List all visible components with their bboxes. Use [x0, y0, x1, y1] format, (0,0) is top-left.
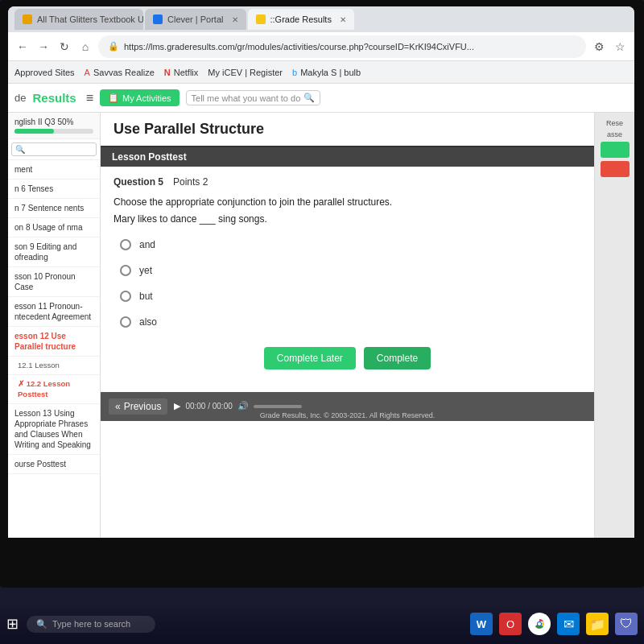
complete-button[interactable]: Complete [364, 347, 431, 369]
taskbar-word-icon[interactable]: W [470, 613, 493, 635]
section-label: Lesson Posttest [112, 151, 187, 163]
taskbar-explorer-icon[interactable]: 📁 [586, 613, 609, 635]
netflix-icon: N [164, 68, 171, 77]
activities-icon: 📋 [108, 93, 119, 103]
prev-chevron-icon: « [115, 401, 121, 412]
radio-and[interactable] [120, 239, 131, 250]
sidebar-item-1[interactable]: n 6 Tenses [8, 180, 100, 199]
radio-but[interactable] [120, 291, 131, 302]
taskbar-chrome-icon[interactable] [528, 613, 551, 635]
option-and[interactable]: and [120, 239, 581, 250]
sidebar-item-11[interactable]: ourse Posttest [8, 455, 100, 474]
tab-2[interactable]: Clever | Portal ✕ [145, 9, 246, 30]
page-title-bar: Use Parallel Structure [101, 113, 594, 147]
bookmark-makyla-label: Makyla S | bulb [300, 68, 361, 77]
radio-yet[interactable] [120, 265, 131, 276]
audio-controls: ▶ 00:00 / 00:00 🔊 [174, 401, 301, 411]
taskbar-shield-icon[interactable]: 🛡 [615, 613, 638, 635]
right-panel-label: Rese [606, 119, 623, 127]
url-text: https://lms.graderesults.com/gr/modules/… [124, 42, 576, 52]
progress-bar-fill [14, 129, 54, 134]
tab-3[interactable]: ::Grade Results ✕ [248, 9, 354, 30]
bookmark-approved[interactable]: Approved Sites [14, 68, 75, 77]
taskbar-icons: W O ✉ 📁 🛡 [470, 613, 638, 635]
bottom-navigation: « Previous ▶ 00:00 / 00:00 🔊 Grade Resul… [101, 392, 594, 421]
bookmark-button[interactable]: ☆ [612, 39, 628, 55]
back-button[interactable]: ← [14, 39, 31, 55]
bookmark-label: Approved Sites [14, 68, 75, 77]
bookmark-savvas-label: Savvas Realize [93, 68, 155, 77]
sidebar-item-6[interactable]: esson 11 Pronoun- ntecedent Agreement [8, 297, 100, 327]
audio-progress-track[interactable] [254, 405, 302, 408]
tab-label-2: Clever | Portal [167, 14, 224, 24]
option-but[interactable]: but [120, 291, 581, 302]
option-but-label: but [139, 291, 153, 302]
menu-icon[interactable]: ≡ [86, 91, 93, 105]
home-button[interactable]: ⌂ [77, 39, 93, 55]
question-meta: Question 5 Points 2 [114, 176, 581, 188]
options-list: and yet but also [114, 239, 581, 328]
sidebar-item-3[interactable]: on 8 Usage of nma [8, 218, 100, 237]
sidebar-item-9[interactable]: ✗ 12.2 Lesson Posttest [8, 375, 100, 404]
sidebar-search [8, 139, 100, 160]
prev-label: Previous [124, 401, 162, 412]
sidebar-search-input[interactable] [11, 142, 97, 156]
bookmark-netflix[interactable]: N Netflix [164, 68, 199, 77]
sidebar-item-7[interactable]: esson 12 Use Parallel tructure [8, 327, 100, 357]
address-bar: ← → ↻ ⌂ 🔒 https://lms.graderesults.com/g… [8, 32, 634, 61]
progress-bar [14, 129, 93, 134]
windows-start-icon[interactable]: ⊞ [6, 615, 19, 633]
forward-button[interactable]: → [35, 39, 52, 55]
tab-1[interactable]: All That Glitters Textbook Unit 4 ✕ [14, 9, 143, 30]
sidebar-item-8[interactable]: 12.1 Lesson [8, 357, 100, 375]
sidebar-item-4[interactable]: son 9 Editing and ofreading [8, 237, 100, 267]
bookmark-icev[interactable]: My iCEV | Register [208, 68, 283, 77]
bookmark-savvas[interactable]: A Savvas Realize [85, 68, 155, 77]
previous-button[interactable]: « Previous [109, 398, 167, 415]
bookmark-icev-label: My iCEV | Register [208, 68, 283, 77]
taskbar-search[interactable]: 🔍 Type here to search [27, 616, 155, 633]
taskbar-outlook-icon[interactable]: O [499, 613, 522, 635]
svg-point-2 [538, 622, 541, 625]
lock-icon: 🔒 [108, 41, 119, 52]
activities-button[interactable]: 📋 My Activities [100, 89, 180, 106]
question-instruction: Choose the appropriate conjunction to jo… [114, 196, 581, 209]
sidebar-progress: nglish II Q3 50% [8, 113, 100, 139]
content-area: Use Parallel Structure Lesson Posttest Q… [101, 113, 594, 538]
savvas-icon: A [85, 68, 90, 77]
sidebar-item-5[interactable]: sson 10 Pronoun Case [8, 267, 100, 297]
taskbar-mail-icon[interactable]: ✉ [557, 613, 580, 635]
option-yet[interactable]: yet [120, 265, 581, 276]
sidebar: nglish II Q3 50% ment n 6 Tenses n 7 Sen… [8, 113, 101, 538]
button-area: Complete Later Complete [114, 334, 581, 382]
sidebar-item-2[interactable]: n 7 Sentence nents [8, 199, 100, 218]
activities-label: My Activities [122, 93, 171, 103]
question-area: Question 5 Points 2 Choose the appropria… [101, 167, 594, 392]
tab-favicon-3 [256, 14, 266, 24]
app-header: deResults ≡ 📋 My Activities Tell me what… [8, 84, 634, 113]
extensions-button[interactable]: ⚙ [591, 39, 607, 55]
tab-label-3: ::Grade Results [270, 14, 332, 24]
tab-close-3[interactable]: ✕ [340, 15, 346, 24]
time-display: 00:00 / 00:00 [185, 402, 232, 411]
reload-button[interactable]: ↻ [56, 39, 72, 55]
sidebar-item-0[interactable]: ment [8, 160, 100, 180]
browser-window: All That Glitters Textbook Unit 4 ✕ Clev… [8, 6, 634, 538]
sidebar-item-10[interactable]: Lesson 13 Using Appropriate Phrases and … [8, 404, 100, 455]
volume-icon[interactable]: 🔊 [237, 401, 249, 411]
radio-also[interactable] [120, 316, 131, 328]
url-bar[interactable]: 🔒 https://lms.graderesults.com/gr/module… [98, 35, 586, 58]
right-panel-red-button[interactable] [601, 161, 630, 177]
bookmark-makyla[interactable]: b Makyla S | bulb [292, 68, 361, 77]
play-icon[interactable]: ▶ [174, 401, 180, 411]
right-panel-label2: asse [607, 130, 622, 138]
makyla-icon: b [292, 68, 297, 77]
search-bar[interactable]: Tell me what you want to do 🔍 [186, 90, 321, 105]
bookmark-netflix-label: Netflix [174, 68, 199, 77]
complete-later-button[interactable]: Complete Later [264, 347, 356, 369]
taskbar-search-icon: 🔍 [36, 619, 47, 630]
tab-close-2[interactable]: ✕ [232, 15, 238, 24]
taskbar-search-text: Type here to search [52, 619, 130, 629]
option-also[interactable]: also [120, 316, 581, 328]
right-panel-green-button[interactable] [601, 142, 630, 158]
